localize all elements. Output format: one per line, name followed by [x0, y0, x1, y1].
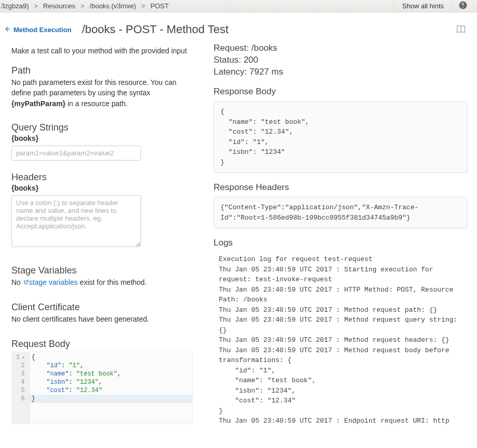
logs-box: Execution log for request test-request T… [214, 252, 468, 426]
external-link-icon [23, 278, 29, 286]
response-headers-heading: Response Headers [214, 182, 468, 193]
response-body-box: { "name": "test book", "cost": "12.34", … [214, 101, 468, 173]
arrow-left-icon [4, 25, 13, 34]
intro-text: Make a test call to your method with the… [11, 47, 193, 55]
headers-heading: Headers [11, 172, 193, 183]
latency-line: Latency: 7927 ms [214, 67, 468, 77]
page-title: /books - POST - Method Test [82, 23, 455, 36]
breadcrumb-item[interactable]: POST [150, 2, 169, 10]
page-header: Method Execution /books - POST - Method … [0, 12, 477, 41]
stage-desc: No stage variables exist for this method… [11, 277, 193, 287]
back-link-label: Method Execution [13, 26, 72, 34]
logs-heading: Logs [214, 238, 468, 248]
path-heading: Path [11, 65, 193, 76]
show-hints-button[interactable]: Show all hints [394, 0, 452, 12]
request-line: Request: /books [214, 43, 468, 53]
headers-sub: {books} [11, 184, 193, 192]
breadcrumb-item[interactable]: 3zgbza9) [1, 2, 29, 10]
stage-variables-link[interactable]: stage variables [29, 278, 78, 286]
doc-icon-button[interactable] [455, 24, 467, 35]
breadcrumb-item[interactable]: /books (v3rnxe) [90, 2, 136, 10]
query-heading: Query Strings [11, 122, 193, 133]
book-icon [455, 28, 467, 37]
breadcrumb-sep: > [141, 2, 145, 10]
stage-heading: Stage Variables [11, 265, 193, 276]
headers-textarea[interactable] [11, 195, 141, 247]
help-button[interactable] [452, 0, 473, 12]
show-hints-label: Show all hints [402, 2, 444, 10]
request-body-editor[interactable]: 123456 { "id": "1", "name": "test book",… [11, 352, 193, 424]
editor-gutter: 123456 [12, 352, 30, 424]
back-link[interactable]: Method Execution [4, 25, 72, 34]
response-headers-box: {"Content-Type":"application/json","X-Am… [214, 197, 468, 228]
breadcrumb: 3zgbza9) > Resources > /books (v3rnxe) >… [0, 2, 394, 10]
requestbody-heading: Request Body [11, 339, 193, 350]
breadcrumb-sep: > [80, 2, 85, 10]
breadcrumb-item[interactable]: Resources [43, 2, 75, 10]
help-icon [458, 1, 468, 11]
status-line: Status: 200 [214, 55, 468, 65]
clientcert-heading: Client Certificate [11, 302, 193, 313]
breadcrumb-sep: > [34, 2, 38, 10]
response-body-heading: Response Body [214, 86, 468, 97]
breadcrumb-bar: 3zgbza9) > Resources > /books (v3rnxe) >… [0, 0, 477, 12]
editor-lines[interactable]: { "id": "1", "name": "test book", "isbn"… [30, 352, 192, 424]
clientcert-desc: No client certificates have been generat… [11, 314, 193, 324]
path-description: No path parameters exist for this resour… [11, 77, 193, 109]
query-sub: {books} [11, 134, 193, 142]
query-input[interactable] [11, 146, 141, 161]
